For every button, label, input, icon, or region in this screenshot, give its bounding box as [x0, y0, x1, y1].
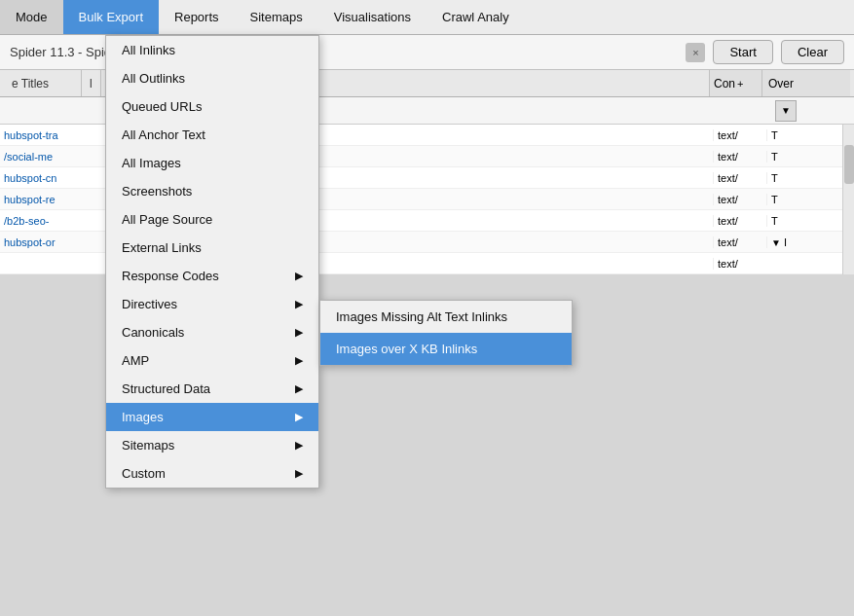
menu-directives[interactable]: Directives ▶ [106, 290, 318, 318]
submenu-arrow: ▶ [295, 411, 303, 423]
start-button[interactable]: Start [713, 40, 772, 64]
menu-canonicals[interactable]: Canonicals ▶ [106, 318, 318, 346]
submenu-arrow: ▶ [295, 439, 303, 452]
menu-visualisations[interactable]: Visualisations [318, 0, 427, 34]
col-l: l [82, 70, 101, 96]
menu-crawl-analysis[interactable]: Crawl Analy [427, 0, 525, 34]
menu-reports[interactable]: Reports [159, 0, 235, 34]
menu-bulk-export[interactable]: Bulk Export [63, 0, 159, 34]
submenu-arrow: ▶ [295, 382, 303, 395]
menu-structured-data[interactable]: Structured Data ▶ [106, 375, 318, 403]
con-cell: text/ [713, 172, 766, 184]
submenu-images-missing-alt[interactable]: Images Missing Alt Text Inlinks [320, 301, 572, 333]
close-button[interactable]: × [686, 43, 705, 62]
con-cell: text/ [713, 258, 766, 270]
url-cell: hubspot-cn [0, 172, 117, 184]
submenu-arrow: ▶ [295, 298, 303, 310]
con-cell: text/ [713, 236, 766, 248]
url-cell: hubspot-re [0, 194, 117, 205]
url-cell: hubspot-tra [0, 129, 117, 141]
menu-all-anchor-text[interactable]: All Anchor Text [106, 121, 318, 149]
bulk-export-menu: All Inlinks All Outlinks Queued URLs All… [105, 35, 319, 489]
menu-all-outlinks[interactable]: All Outlinks [106, 64, 318, 92]
menu-images[interactable]: Images ▶ [106, 403, 318, 431]
con-cell: text/ [713, 151, 766, 163]
vertical-scrollbar[interactable] [842, 125, 854, 274]
submenu-arrow: ▶ [295, 467, 303, 480]
filter-dropdown[interactable]: ▼ [775, 100, 797, 122]
over-column-header: Over [762, 70, 850, 96]
over-cell: ▼ I [766, 236, 854, 248]
menu-sitemaps[interactable]: Sitemaps ▶ [106, 431, 318, 459]
menu-bar: Mode Bulk Export Reports Sitemaps Visual… [0, 0, 854, 35]
over-cell: T [766, 129, 854, 141]
menu-screenshots[interactable]: Screenshots [106, 177, 318, 205]
submenu-arrow: ▶ [295, 326, 303, 339]
url-cell: /b2b-seo- [0, 215, 117, 227]
menu-sitemaps[interactable]: Sitemaps [235, 0, 318, 34]
clear-button[interactable]: Clear [781, 40, 844, 64]
menu-external-links[interactable]: External Links [106, 234, 318, 262]
url-cell: hubspot-or [0, 236, 117, 248]
menu-all-inlinks[interactable]: All Inlinks [106, 36, 318, 64]
submenu-arrow: ▶ [295, 354, 303, 367]
over-cell: T [766, 151, 854, 163]
images-submenu: Images Missing Alt Text Inlinks Images o… [319, 300, 573, 366]
menu-response-codes[interactable]: Response Codes ▶ [106, 262, 318, 290]
over-cell: T [766, 194, 854, 205]
menu-mode[interactable]: Mode [0, 0, 63, 34]
menu-amp[interactable]: AMP ▶ [106, 346, 318, 375]
submenu-images-over-kb[interactable]: Images over X KB Inlinks [320, 333, 572, 365]
con-cell: text/ [713, 194, 766, 205]
menu-all-images[interactable]: All Images [106, 149, 318, 177]
menu-all-page-source[interactable]: All Page Source [106, 205, 318, 234]
con-cell: text/ [713, 215, 766, 227]
over-cell: T [766, 215, 854, 227]
url-cell: /social-me [0, 151, 117, 163]
over-cell: T [766, 172, 854, 184]
scrollbar-thumb[interactable] [844, 145, 854, 184]
con-column-header: Con + [709, 70, 762, 96]
con-cell: text/ [713, 129, 766, 141]
menu-queued-urls[interactable]: Queued URLs [106, 92, 318, 121]
submenu-arrow: ▶ [295, 270, 303, 282]
col-titles: e Titles [4, 70, 82, 96]
menu-custom[interactable]: Custom ▶ [106, 459, 318, 488]
